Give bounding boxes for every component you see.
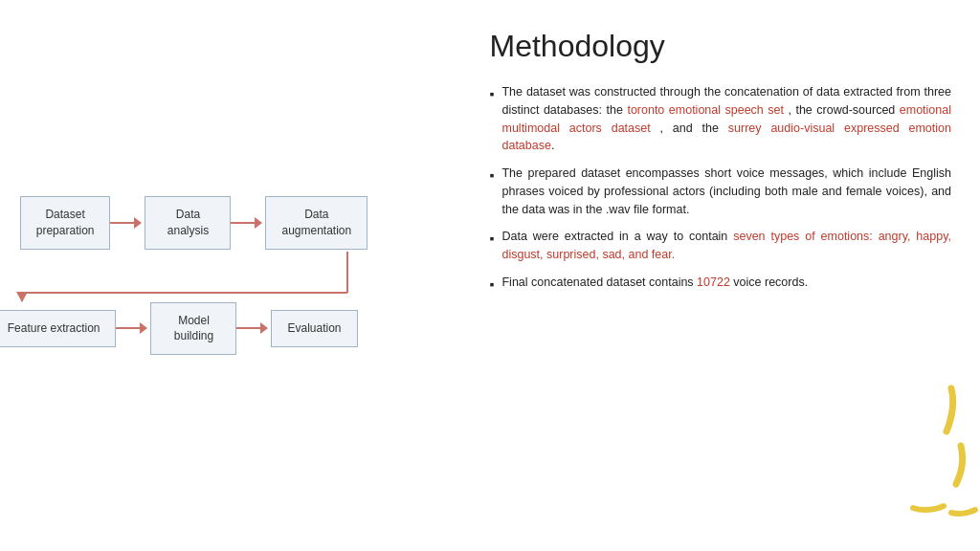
highlight-count: 10722 (697, 276, 730, 289)
bullet-mark-3: ▪ (490, 229, 495, 249)
bullet-text-2: The prepared dataset encompasses short v… (501, 165, 951, 218)
diagram-container: Datasetpreparation Dataanalysis Dataaugm… (0, 196, 479, 355)
bullet-mark-4: ▪ (490, 275, 495, 295)
box-dataset-prep: Datasetpreparation (20, 196, 111, 250)
bullet-item-3: ▪ Data were extracted in a way to contai… (490, 228, 951, 264)
slide: Datasetpreparation Dataanalysis Dataaugm… (0, 0, 980, 551)
box-data-augmentation: Dataaugmentation (265, 196, 368, 250)
arrow-4-5 (116, 319, 150, 338)
box-feature-extraction: Feature extraction (0, 310, 116, 347)
bullet-mark-1: ▪ (490, 84, 495, 104)
highlight-toronto: toronto emotional speech set (627, 103, 784, 117)
arrow-2-3 (231, 213, 265, 232)
bullet-text-3: Data were extracted in a way to contain … (501, 228, 951, 264)
diagram-row1: Datasetpreparation Dataanalysis Dataaugm… (20, 196, 368, 250)
connector-svg (20, 250, 479, 302)
svg-marker-3 (16, 292, 28, 302)
arrow-1-2 (110, 213, 145, 232)
bullet-text-1: The dataset was constructed through the … (501, 83, 951, 155)
left-panel: Datasetpreparation Dataanalysis Dataaugm… (0, 0, 471, 551)
bullet-text-4: Final concatenated dataset contains 1072… (501, 274, 951, 292)
highlight-emotions: seven types of emotions: angry, happy, d… (501, 230, 951, 261)
bullet-item-4: ▪ Final concatenated dataset contains 10… (490, 274, 951, 295)
box-data-analysis: Dataanalysis (145, 196, 231, 250)
bullet-list: ▪ The dataset was constructed through th… (490, 83, 951, 295)
deco-strokes (903, 379, 980, 532)
arrow-5-6 (236, 319, 271, 338)
bullet-item-1: ▪ The dataset was constructed through th… (490, 83, 951, 155)
bullet-mark-2: ▪ (490, 165, 495, 186)
box-model-building: Modelbuilding (150, 302, 236, 356)
box-evaluation: Evaluation (271, 310, 357, 347)
page-title: Methodology (490, 29, 951, 64)
deco-svg (903, 379, 980, 532)
diagram-row2: Feature extraction Modelbuilding Evaluat… (0, 302, 358, 356)
bullet-item-2: ▪ The prepared dataset encompasses short… (490, 165, 951, 218)
